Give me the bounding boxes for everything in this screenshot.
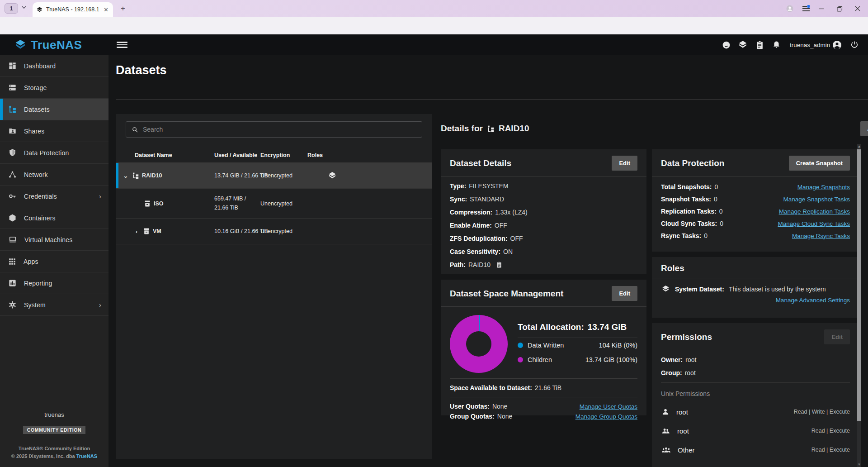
manage-group-quotas-link[interactable]: Manage Group Quotas [576,413,637,420]
scroll-down-icon[interactable]: ▼ [857,462,861,467]
sidebar-item-data-protection[interactable]: Data Protection [0,142,108,164]
scroll-up-icon[interactable]: ▲ [857,144,861,148]
workspace-button[interactable]: 1 [5,3,18,14]
legend-dot-children [518,357,523,362]
manage-user-quotas-link[interactable]: Manage User Quotas [580,403,637,410]
legend-children: Children 13.74 GiB (100%) [518,353,637,367]
edit-dataset-details-button[interactable]: Edit [612,156,637,171]
dataset-row-raid10[interactable]: ⌄ RAID10 13.74 GiB / 21.66 TiB Unencrypt… [116,163,432,189]
footer-copyright: © 2025 iXsystems, Inc. dba TrueNAS [0,453,108,459]
card-title: Roles [661,263,684,273]
truenas-status-icon[interactable] [737,39,749,50]
dataset-details-card: Dataset Details Edit Type:FILESYSTEM Syn… [441,149,646,274]
manage-advanced-settings-link[interactable]: Manage Advanced Settings [776,297,850,304]
manage-rsync-tasks-link[interactable]: Manage Rsync Tasks [792,233,850,239]
dataset-icon [144,200,151,207]
group-quotas-row: Group Quotas:None Manage Group Quotas [450,413,637,420]
workspace-chevron-icon[interactable] [22,6,26,9]
sidebar-item-label: Apps [24,258,38,265]
brand-name: TrueNAS [31,38,82,52]
dashboard-icon [8,62,17,70]
truenas-link[interactable]: TrueNAS [76,453,97,459]
dataset-row-vm[interactable]: › VM 10.16 GiB / 21.66 TiB Unencrypted [116,219,432,244]
sidebar-item-reporting[interactable]: Reporting [0,272,108,294]
browser-menu-icon[interactable] [800,4,812,14]
copy-path-icon[interactable] [496,261,502,268]
others-icon [661,445,671,454]
data-protection-card: Data Protection Create Snapshot Total Sn… [652,149,859,252]
jobs-clipboard-icon[interactable] [754,39,765,50]
add-zvol-button[interactable]: Add Zvol [860,121,868,136]
sidebar-item-network[interactable]: Network [0,164,108,186]
dataset-name: VM [153,228,161,234]
truenas-logo[interactable]: TrueNAS [14,34,82,55]
details-scrollbar[interactable]: ▲ ▼ [857,144,861,467]
sidebar-item-virtual-machines[interactable]: Virtual Machines [0,229,108,251]
sidebar-item-system[interactable]: System › [0,294,108,316]
tree-table-header: Dataset Name Used / Available Encryption… [116,148,432,163]
tab-close-icon[interactable]: ✕ [103,6,109,14]
collapse-chevron-icon[interactable]: ⌄ [122,172,129,179]
scrollbar-thumb[interactable] [857,149,861,421]
dataset-search-input[interactable] [143,126,416,133]
dataset-encryption: Unencrypted [260,172,307,179]
window-close-icon[interactable] [852,4,863,14]
sidebar-item-label: Storage [24,84,47,91]
col-encryption[interactable]: Encryption [260,152,307,158]
rsync-tasks-row: Rsync Tasks:0Manage Rsync Tasks [661,232,850,239]
sidebar-item-storage[interactable]: Storage [0,77,108,99]
expand-chevron-icon[interactable]: › [133,228,140,235]
dataset-row-iso[interactable]: ISO 659.47 MiB /21.66 TiB Unencrypted [116,189,432,219]
datasets-icon [8,105,17,114]
manage-cloud-sync-tasks-link[interactable]: Manage Cloud Sync Tasks [778,220,850,227]
sidebar-item-containers[interactable]: Containers [0,207,108,229]
cloud-sync-tasks-row: Cloud Sync Tasks:0Manage Cloud Sync Task… [661,220,850,227]
sidebar-item-credentials[interactable]: Credentials › [0,186,108,207]
card-title: Dataset Details [450,158,511,168]
manage-snapshots-link[interactable]: Manage Snapshots [797,184,850,191]
apps-icon [8,257,16,266]
manage-replication-tasks-link[interactable]: Manage Replication Tasks [779,208,850,215]
browser-toolbar: ! 192.168.1.50 TrueNAS - 192.168.1.50 Сп… [0,17,868,34]
col-roles[interactable]: Roles [307,152,432,158]
space-available: Space Available to Dataset:21.66 TiB [450,384,637,391]
sidebar-item-dashboard[interactable]: Dashboard [0,55,108,77]
snapshot-tasks-row: Snapshot Tasks:0Manage Snapshot Tasks [661,195,850,203]
sidebar-item-apps[interactable]: Apps [0,251,108,272]
user-avatar-icon[interactable] [831,39,843,50]
card-title: Permissions [661,332,712,342]
storage-icon [8,83,17,92]
edit-permissions-button[interactable]: Edit [824,329,850,344]
browser-tab-bar: 1 TrueNAS - 192.168.1.50 ✕ + [0,0,868,17]
total-allocation: Total Allocation:13.74 GiB [518,321,637,338]
alerts-bell-icon[interactable] [770,39,782,50]
shares-icon [8,127,17,135]
sidebar-item-shares[interactable]: Shares [0,120,108,142]
col-used-available[interactable]: Used / Available [214,152,260,158]
new-tab-button[interactable]: + [118,4,127,13]
browser-tab[interactable]: TrueNAS - 192.168.1.50 ✕ [33,2,113,17]
group-row: Group:root [661,369,850,376]
sidebar-item-datasets[interactable]: Datasets [0,99,108,120]
edit-space-button[interactable]: Edit [612,286,637,301]
feedback-smiley-icon[interactable] [720,39,732,50]
reporting-icon [8,279,17,287]
col-dataset-name[interactable]: Dataset Name [116,152,214,158]
dataset-search[interactable] [126,121,422,138]
legend-dot-data-written [518,343,523,348]
power-icon[interactable] [849,39,860,50]
dataset-used: 659.47 MiB /21.66 TiB [214,195,260,212]
browser-profile-icon[interactable] [784,4,796,14]
sidenav-toggle-icon[interactable] [117,40,127,49]
gear-icon [8,300,17,309]
create-snapshot-button[interactable]: Create Snapshot [789,156,850,171]
snapshots-row: Total Snapshots:0Manage Snapshots [661,183,850,191]
tab-title: TrueNAS - 192.168.1.50 [46,6,99,13]
window-restore-icon[interactable] [834,4,845,14]
unix-permissions-label: Unix Permissions [652,383,859,397]
vm-icon [8,235,17,244]
window-minimize-icon[interactable] [816,4,827,14]
network-icon [8,170,17,179]
manage-snapshot-tasks-link[interactable]: Manage Snapshot Tasks [783,196,850,203]
perm-entry-other: Other Read | Execute [661,445,850,454]
